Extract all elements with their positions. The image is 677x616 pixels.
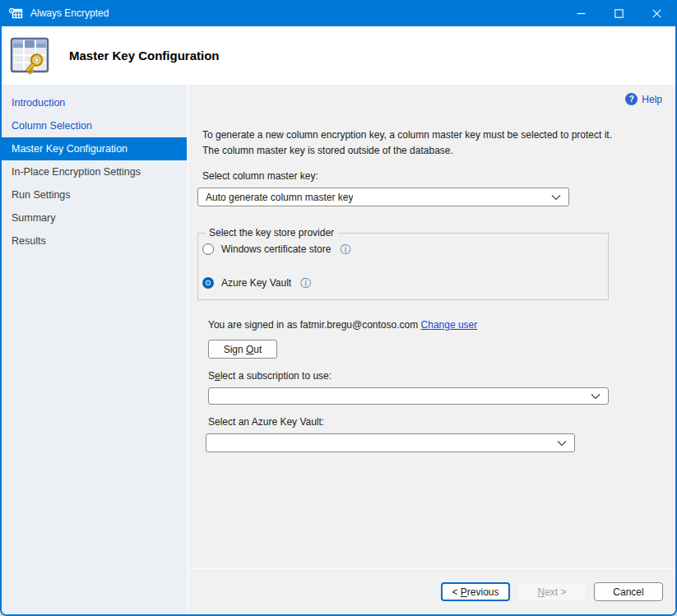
radio-label: Windows certificate store <box>221 243 331 255</box>
window-title: Always Encrypted <box>30 7 109 19</box>
azure-key-vault-dropdown[interactable] <box>206 433 575 452</box>
radio-azure-key-vault[interactable]: Azure Key Vault ⓘ <box>202 277 600 289</box>
master-key-dropdown[interactable]: Auto generate column master key <box>197 188 569 206</box>
sidebar-item-column-selection[interactable]: Column Selection <box>2 114 187 137</box>
minimize-button[interactable] <box>562 0 600 26</box>
sidebar-item-introduction[interactable]: Introduction <box>2 91 187 114</box>
radio-label: Azure Key Vault <box>221 277 291 289</box>
key-store-group-label: Select the key store provider <box>206 227 337 239</box>
sidebar-item-in-place-encryption-settings[interactable]: In-Place Encryption Settings <box>2 160 187 183</box>
main-content: ? Help To generate a new column encrypti… <box>188 85 675 567</box>
info-icon[interactable]: ⓘ <box>340 244 350 255</box>
signed-in-text: You are signed in as fatmir.bregu@contos… <box>208 319 418 331</box>
subscription-dropdown[interactable] <box>208 387 609 405</box>
sidebar-item-run-settings[interactable]: Run Settings <box>2 183 187 206</box>
radio-icon[interactable] <box>202 277 214 289</box>
change-user-link[interactable]: Change user <box>421 319 478 331</box>
master-key-label: Select column master key: <box>202 170 662 182</box>
maximize-button[interactable] <box>600 0 638 26</box>
master-key-value: Auto generate column master key <box>206 192 353 203</box>
next-button[interactable]: Next > <box>517 582 587 601</box>
close-icon <box>652 9 661 18</box>
table-key-icon <box>10 35 49 76</box>
close-button[interactable] <box>638 0 675 26</box>
wizard-header: Master Key Configuration <box>2 26 675 85</box>
sidebar-item-summary[interactable]: Summary <box>2 206 187 229</box>
window-controls <box>562 0 675 26</box>
maximize-icon <box>614 9 624 18</box>
azure-key-vault-section: You are signed in as fatmir.bregu@contos… <box>208 319 662 452</box>
titlebar: Always Encrypted <box>2 0 675 26</box>
help-icon: ? <box>625 93 638 105</box>
always-encrypted-dialog: Always Encrypted <box>0 0 677 616</box>
footer-bar: < Previous Next > Cancel <box>188 567 675 614</box>
cancel-button[interactable]: Cancel <box>594 582 663 601</box>
chevron-down-icon <box>591 393 600 400</box>
page-title: Master Key Configuration <box>69 49 220 63</box>
minimize-icon <box>577 9 586 18</box>
subscription-label: Select a subscription to use: <box>208 370 662 382</box>
radio-icon[interactable] <box>202 243 214 255</box>
key-store-provider-group: Select the key store provider Windows ce… <box>197 227 609 300</box>
page-description: To generate a new column encryption key,… <box>202 127 632 159</box>
help-link[interactable]: Help <box>642 94 662 105</box>
sidebar-item-results[interactable]: Results <box>2 229 187 252</box>
radio-windows-certificate-store[interactable]: Windows certificate store ⓘ <box>202 243 600 255</box>
titlebar-left: Always Encrypted <box>2 7 562 20</box>
sidebar-item-master-key-configuration[interactable]: Master Key Configuration <box>2 137 187 160</box>
wizard-nav: IntroductionColumn SelectionMaster Key C… <box>2 85 188 614</box>
previous-button[interactable]: < Previous <box>441 582 510 601</box>
sign-out-button[interactable]: Sign Out <box>208 340 277 359</box>
chevron-down-icon <box>551 194 561 201</box>
chevron-down-icon <box>557 440 567 447</box>
app-icon <box>9 7 23 20</box>
info-icon[interactable]: ⓘ <box>300 278 311 289</box>
vault-label: Select an Azure Key Vault: <box>208 416 662 428</box>
